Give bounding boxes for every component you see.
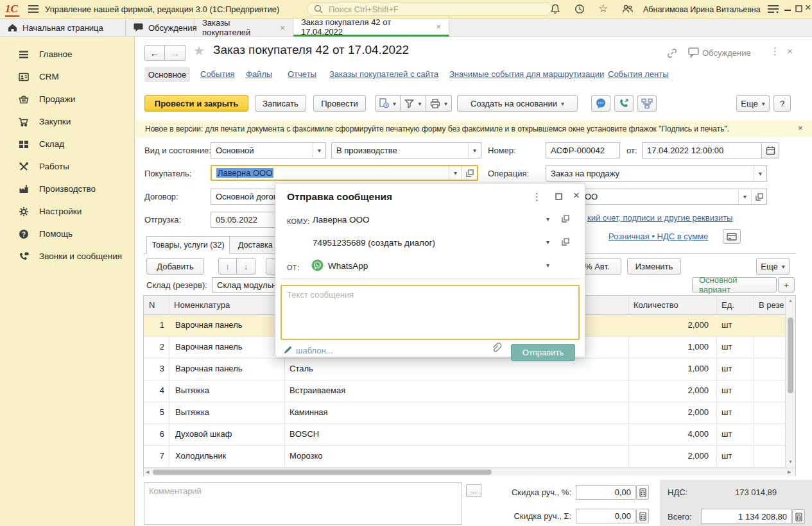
discussion-icon[interactable] [688, 47, 700, 58]
form-close-icon[interactable]: × [787, 46, 793, 56]
calculator-button[interactable] [636, 509, 649, 523]
business-process-button[interactable] [637, 95, 657, 112]
post-button[interactable]: Провести [313, 95, 366, 112]
scroll-down-icon[interactable]: ▼ [788, 459, 793, 464]
sidebar-item-purchases[interactable]: Закупки [0, 110, 134, 133]
sidebar-item-warehouse[interactable]: Склад [0, 133, 134, 155]
calculator-button[interactable] [792, 509, 805, 524]
date-field[interactable]: 17.04.2022 12:00:00 [642, 142, 762, 158]
navlink-main[interactable]: Основное [144, 67, 190, 82]
comment-box[interactable] [144, 482, 462, 525]
sidebar-item-help[interactable]: ? Помощь [0, 223, 134, 245]
open-item-icon[interactable] [562, 238, 569, 246]
dropdown-caret-icon[interactable]: ▾ [546, 216, 549, 223]
add-row-button[interactable]: Добавить [146, 258, 204, 275]
create-based-on-button[interactable]: Создать на основании▾ [457, 95, 578, 112]
sidebar-item-works[interactable]: Работы [0, 155, 134, 178]
kind-combo[interactable]: Основной ▾ [211, 142, 326, 158]
dialog-kebab-icon[interactable]: ⋮ [532, 191, 542, 203]
vertical-scrollbar[interactable]: ▲ ▼ [785, 296, 795, 468]
discount-pct-field[interactable]: 0,00 [576, 485, 635, 500]
notice-close-icon[interactable]: × [798, 123, 803, 133]
forward-button[interactable]: → [165, 45, 186, 61]
favorites-star-icon[interactable]: ☆ [598, 2, 608, 15]
tab-customer-order-42[interactable]: Заказ покупателя 42 от 17.04.2022 × [293, 19, 449, 37]
template-link[interactable]: шаблон... [296, 346, 333, 355]
vertical-scroll-thumb[interactable] [788, 318, 793, 393]
open-item-icon[interactable] [562, 215, 569, 223]
shipment-date-field[interactable]: 05.05.2022 [211, 212, 282, 228]
variant-add-button[interactable]: + [778, 277, 795, 293]
scroll-left-icon[interactable]: ◀ [146, 470, 149, 475]
send-message-button[interactable] [591, 95, 610, 112]
tab-close-icon[interactable]: × [436, 22, 441, 31]
more-button[interactable]: Еще▾ [736, 95, 770, 112]
navlink-events[interactable]: События [200, 69, 235, 79]
price-card-button[interactable] [723, 229, 741, 244]
kebab-menu-icon[interactable]: ⋮ [770, 46, 780, 57]
save-button[interactable]: Записать [255, 95, 306, 112]
main-menu-icon[interactable] [28, 5, 39, 13]
history-icon[interactable] [574, 3, 585, 15]
table-row[interactable]: 6 Духовой шкаф BOSCH 4,000 шт [144, 424, 785, 446]
window-maximize-button[interactable] [795, 5, 802, 12]
number-field[interactable]: АСФР-000042 [546, 142, 620, 158]
dropdown-caret-icon[interactable]: ▾ [546, 262, 549, 269]
posting-structure-button[interactable]: ▾ [375, 95, 401, 112]
copy-link-icon[interactable] [666, 47, 678, 59]
filter-button[interactable]: ▾ [401, 95, 426, 112]
open-item-icon[interactable] [751, 189, 766, 204]
move-row-up-button[interactable]: ↑ [218, 258, 237, 275]
navlink-files[interactable]: Файлы [246, 69, 272, 79]
col-header-reserve[interactable]: В резе [754, 296, 785, 315]
discount-sum-field[interactable]: 0,00 [576, 509, 635, 523]
call-button[interactable] [614, 95, 634, 112]
tab-discussions[interactable]: Обсуждения [126, 19, 194, 37]
service-menu-icon[interactable] [768, 5, 779, 14]
users-icon[interactable] [621, 3, 634, 15]
search-input[interactable] [327, 4, 545, 15]
horizontal-scrollbar[interactable]: ◀ ▶ [144, 468, 795, 476]
help-button[interactable]: ? [773, 95, 791, 112]
dialog-maximize-icon[interactable] [555, 193, 562, 200]
col-header-n[interactable]: N [144, 296, 169, 315]
tab-home[interactable]: Начальная страница [0, 19, 126, 37]
navlink-site-orders[interactable]: Заказы покупателей с сайта [329, 69, 438, 79]
comment-expand-button[interactable]: ... [466, 484, 481, 497]
dropdown-caret-icon[interactable]: ▾ [738, 189, 751, 204]
table-row[interactable]: 5 Вытяжка Каминная 2,000 шт [144, 402, 785, 424]
dropdown-caret-icon[interactable]: ▾ [313, 143, 325, 158]
dialog-close-icon[interactable]: × [573, 189, 580, 202]
sidebar-item-settings[interactable]: Настройки [0, 200, 134, 223]
send-button[interactable]: Отправить [511, 344, 575, 361]
dropdown-caret-icon[interactable]: ▾ [449, 166, 462, 180]
favorite-star-icon[interactable]: ★ [193, 43, 205, 58]
table-row[interactable]: 4 Вытяжка Встраиваемая 2,000 шт [144, 380, 785, 402]
sidebar-item-crm[interactable]: CRM [0, 65, 134, 88]
operation-combo[interactable]: Заказ на продажу ▾ [546, 165, 767, 182]
scroll-right-icon[interactable]: ▶ [788, 470, 791, 475]
dropdown-caret-icon[interactable]: ▾ [468, 143, 481, 158]
back-button[interactable]: ← [144, 45, 165, 61]
phone-value[interactable]: 74951235689 (создать диалог) [313, 238, 435, 248]
comment-input[interactable] [144, 483, 462, 524]
sidebar-item-production[interactable]: Производство [0, 178, 134, 200]
notifications-bell-icon[interactable] [549, 3, 561, 15]
price-kind-link[interactable]: Розничная • НДС в сумме [609, 232, 708, 241]
paperclip-icon[interactable] [491, 343, 503, 354]
sidebar-item-sales[interactable]: Продажи [0, 88, 134, 110]
tab-goods-services[interactable]: Товары, услуги (32) [146, 236, 230, 254]
current-user-name[interactable]: Абнагимова Ирина Витальевна [643, 5, 761, 14]
total-field[interactable]: 1 134 208,80 [701, 509, 791, 524]
customer-field[interactable]: Лаверна ООО ▾ [211, 165, 478, 181]
navlink-feed-events[interactable]: События ленты [608, 69, 669, 79]
sidebar-item-calls-messages[interactable]: Звонки и сообщения [0, 245, 134, 267]
col-header-quantity[interactable]: Количество [628, 296, 716, 315]
state-combo[interactable]: В производстве ▾ [331, 142, 481, 158]
calculator-button[interactable] [636, 485, 649, 500]
navlink-reports[interactable]: Отчеты [288, 69, 316, 79]
col-header-nomenclature[interactable]: Номенклатура [169, 296, 284, 315]
calendar-button[interactable] [761, 142, 779, 158]
to-value[interactable]: Лаверна ООО [313, 215, 370, 225]
open-item-icon[interactable] [462, 166, 477, 180]
